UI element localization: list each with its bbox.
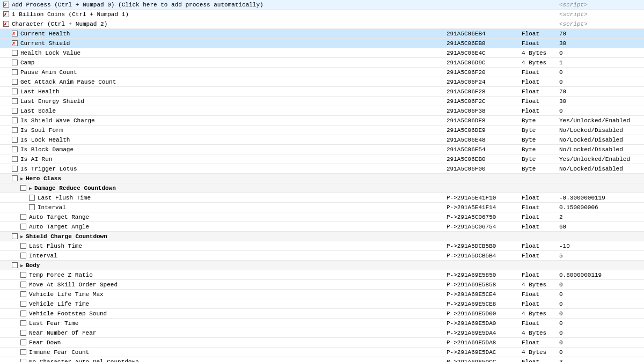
checkbox-empty[interactable]	[12, 233, 18, 239]
checkbox-empty[interactable]	[12, 137, 18, 143]
table-row[interactable]: Get Attack Anim Pause Count291A5C06F24Fl…	[0, 77, 644, 87]
value-cell[interactable]: 0	[557, 108, 643, 114]
value-cell[interactable]: Yes/Unlocked/Enabled	[557, 156, 643, 162]
table-row[interactable]: Is Soul Form291A5C06DE9ByteNo/Locked/Dis…	[0, 125, 644, 135]
table-row[interactable]: Is AI Run291A5C06EB0ByteYes/Unlocked/Ena…	[0, 154, 644, 164]
table-row[interactable]: Move At Skill Order SpeedP->291A69E58584…	[0, 280, 644, 290]
value-cell[interactable]: 30	[557, 98, 643, 105]
value-cell[interactable]: No/Locked/Disabled	[557, 127, 643, 134]
table-row[interactable]: Character (Ctrl + Numpad 2)<script>	[0, 19, 644, 29]
table-row[interactable]: ▶ Damage Reduce Countdown	[0, 183, 644, 193]
value-cell[interactable]: No/Locked/Disabled	[557, 146, 643, 153]
table-row[interactable]: Is Block Damage291A5C06E54ByteNo/Locked/…	[0, 145, 644, 154]
table-row[interactable]: Near Number Of FearP->291A69E5DA44 Bytes…	[0, 328, 644, 338]
table-row[interactable]: Last Fear TimeP->291A69E5DA0Float0	[0, 319, 644, 328]
value-cell[interactable]: <script>	[557, 21, 643, 27]
checkbox-empty[interactable]	[20, 224, 26, 230]
checkbox-empty[interactable]	[12, 166, 18, 172]
checkbox-empty[interactable]	[20, 301, 26, 307]
value-cell[interactable]: Yes/Unlocked/Enabled	[557, 117, 643, 124]
checkbox-empty[interactable]	[12, 108, 18, 114]
value-cell[interactable]: 0	[557, 330, 643, 336]
checkbox-empty[interactable]	[12, 88, 18, 94]
checkbox-empty[interactable]	[20, 339, 26, 345]
value-cell[interactable]: 0	[557, 50, 643, 56]
checkbox-empty[interactable]	[20, 214, 26, 220]
checkbox-empty[interactable]	[20, 253, 26, 258]
table-row[interactable]: Last Energy Shield291A5C06F2CFloat30	[0, 97, 644, 106]
table-row[interactable]: Is Trigger Lotus291A5C06F00ByteNo/Locked…	[0, 164, 644, 174]
value-cell[interactable]: 60	[557, 224, 643, 230]
table-row[interactable]: Current Shield291A5C06EB8Float30	[0, 39, 644, 48]
checkbox-x[interactable]	[12, 40, 18, 46]
checkbox-empty[interactable]	[20, 291, 26, 297]
table-row[interactable]: Last Health291A5C06F28Float70	[0, 87, 644, 97]
table-row[interactable]: ▶ Hero Class	[0, 174, 644, 183]
table-row[interactable]: Vehicle Life Time MaxP->291A69E5CE4Float…	[0, 290, 644, 299]
checkbox-empty[interactable]	[20, 243, 26, 249]
checkbox-x[interactable]	[3, 11, 9, 17]
checkbox-empty[interactable]	[12, 60, 18, 65]
checkbox-empty[interactable]	[12, 69, 18, 75]
table-row[interactable]: Temp Force Z RatioP->291A69E5850Float0.8…	[0, 270, 644, 280]
checkbox-empty[interactable]	[20, 349, 26, 355]
table-row[interactable]: Vehicle Life TimeP->291A69E5CE8Float0	[0, 299, 644, 309]
table-row[interactable]: Vehicle Footstep SoundP->291A69E5D004 By…	[0, 309, 644, 319]
value-cell[interactable]: 0	[557, 311, 643, 317]
table-row[interactable]: Add Process (Ctrl + Numpad 0) (Click her…	[0, 0, 644, 10]
table-row[interactable]: Last Flush TimeP->291A5E41F10Float-0.300…	[0, 193, 644, 203]
checkbox-empty[interactable]	[12, 98, 18, 104]
value-cell[interactable]: 0.8000000119	[557, 272, 643, 278]
checkbox-x[interactable]	[12, 31, 18, 36]
checkbox-empty[interactable]	[12, 117, 18, 123]
table-row[interactable]: No Character Auto Del CountdownP->291A69…	[0, 357, 644, 362]
table-row[interactable]: Is Shield Wave Charge291A5C06DE8ByteYes/…	[0, 116, 644, 125]
table-row[interactable]: Auto Target RangeP->291A5C06750Float2	[0, 212, 644, 222]
checkbox-empty[interactable]	[29, 195, 35, 201]
value-cell[interactable]: 3	[557, 359, 643, 363]
checkbox-empty[interactable]	[12, 50, 18, 56]
value-cell[interactable]: 0	[557, 79, 643, 85]
table-row[interactable]: IntervalP->291A5E41F14Float0.150000006	[0, 203, 644, 212]
table-row[interactable]: IntervalP->291A5DCB5B4Float5	[0, 251, 644, 261]
value-cell[interactable]: 0	[557, 339, 643, 346]
value-cell[interactable]: <script>	[557, 2, 643, 8]
value-cell[interactable]: 0	[557, 320, 643, 327]
value-cell[interactable]: 5	[557, 253, 643, 259]
checkbox-x[interactable]	[3, 2, 9, 8]
checkbox-empty[interactable]	[12, 79, 18, 85]
value-cell[interactable]: 30	[557, 40, 643, 47]
checkbox-empty[interactable]	[12, 156, 18, 162]
checkbox-empty[interactable]	[12, 127, 18, 133]
checkbox-empty[interactable]	[12, 175, 18, 181]
table-row[interactable]: ▶ Body	[0, 261, 644, 270]
expand-icon[interactable]: ▶	[20, 263, 26, 269]
checkbox-empty[interactable]	[20, 272, 26, 278]
table-row[interactable]: Last Scale291A5C06F38Float0	[0, 106, 644, 116]
checkbox-empty[interactable]	[20, 320, 26, 326]
value-cell[interactable]: 0	[557, 301, 643, 307]
checkbox-empty[interactable]	[12, 146, 18, 152]
value-cell[interactable]: 0.150000006	[557, 204, 643, 211]
value-cell[interactable]: 0	[557, 69, 643, 76]
value-cell[interactable]: 70	[557, 31, 643, 37]
table-row[interactable]: Camp291A5C06D9C4 Bytes1	[0, 58, 644, 68]
table-row[interactable]: Current Health291A5C06EB4Float70	[0, 29, 644, 39]
value-cell[interactable]: 0	[557, 282, 643, 288]
checkbox-empty[interactable]	[20, 185, 26, 191]
value-cell[interactable]: <script>	[557, 11, 643, 18]
table-row[interactable]: 1 Billion Coins (Ctrl + Numpad 1)<script…	[0, 10, 644, 19]
value-cell[interactable]: 1	[557, 60, 643, 66]
checkbox-empty[interactable]	[20, 330, 26, 336]
value-cell[interactable]: -10	[557, 243, 643, 249]
expand-icon[interactable]: ▶	[20, 176, 26, 182]
value-cell[interactable]: 0	[557, 291, 643, 298]
table-row[interactable]: Auto Target AngleP->291A5C06754Float60	[0, 222, 644, 232]
value-cell[interactable]: No/Locked/Disabled	[557, 137, 643, 143]
value-cell[interactable]: 2	[557, 214, 643, 220]
expand-icon[interactable]: ▶	[29, 186, 34, 191]
table-row[interactable]: Pause Anim Count291A5C06F20Float0	[0, 68, 644, 77]
value-cell[interactable]: 0	[557, 349, 643, 356]
value-cell[interactable]: No/Locked/Disabled	[557, 166, 643, 172]
checkbox-empty[interactable]	[12, 262, 18, 268]
